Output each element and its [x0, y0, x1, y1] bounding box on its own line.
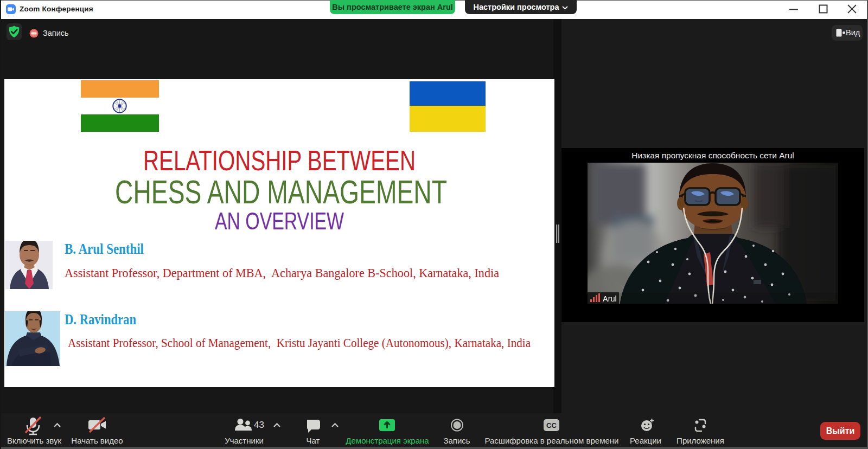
- svg-text:B. Arul Senthil: B. Arul Senthil: [65, 241, 144, 257]
- svg-text:CHESS AND MANAGEMENT: CHESS AND MANAGEMENT: [115, 174, 447, 210]
- svg-text:AN OVERVIEW: AN OVERVIEW: [215, 207, 344, 235]
- svg-text:Assistant Professor, Departmen: Assistant Professor, Department of MBA, …: [65, 266, 499, 280]
- svg-text:CC: CC: [546, 421, 557, 429]
- svg-text:Assistant Professor, School of: Assistant Professor, School of Managemen…: [68, 336, 531, 350]
- svg-text:RELATIONSHIP BETWEEN: RELATIONSHIP BETWEEN: [143, 145, 416, 176]
- svg-text:43: 43: [254, 420, 264, 430]
- svg-text:D. Ravindran: D. Ravindran: [65, 311, 136, 328]
- svg-text:Arul: Arul: [603, 294, 617, 303]
